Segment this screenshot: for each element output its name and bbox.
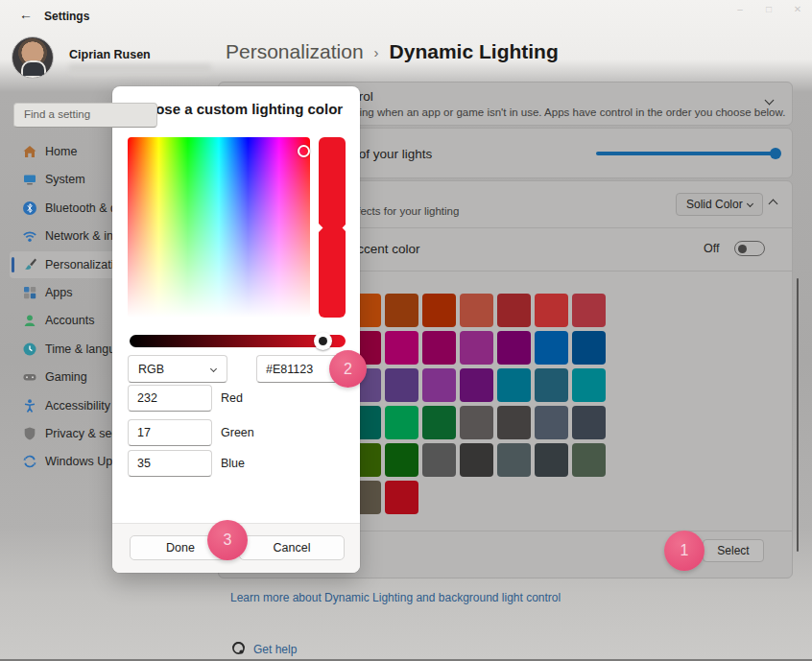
bluetooth-icon (22, 201, 37, 216)
close-icon[interactable]: ✕ (791, 4, 804, 14)
color-swatch[interactable] (385, 443, 418, 477)
spectrum-selection-ring[interactable] (298, 145, 310, 157)
sidebar-item-label: Accessibility (45, 399, 110, 413)
sidebar-item-network-internet[interactable]: Network & internet (10, 223, 117, 249)
page-title: Dynamic Lighting (390, 40, 559, 63)
sidebar-item-label: System (45, 173, 85, 186)
annotation-badge-1: 1 (664, 531, 705, 571)
color-swatch[interactable] (460, 331, 493, 365)
color-swatch[interactable] (572, 443, 606, 477)
sidebar-item-accounts[interactable]: Accounts (10, 307, 117, 334)
avatar (12, 36, 54, 79)
dialog-title: Choose a custom lighting color (128, 101, 343, 117)
sidebar-item-time-language[interactable]: Time & language (10, 336, 117, 363)
value-bar-handle-notch (313, 224, 322, 233)
blue-channel-label: Blue (221, 457, 245, 470)
window-title: Settings (44, 10, 89, 23)
select-button[interactable]: Select (703, 539, 764, 562)
color-swatch[interactable] (535, 331, 568, 365)
scrollbar[interactable] (797, 278, 799, 552)
color-swatch[interactable] (535, 368, 568, 402)
home-icon (22, 144, 37, 159)
slider-handle[interactable] (770, 148, 781, 159)
color-swatch[interactable] (572, 331, 606, 365)
toggle-knob (738, 245, 747, 253)
color-swatch[interactable] (497, 406, 531, 439)
toggle-state-label: Off (704, 242, 719, 255)
sidebar-item-apps[interactable]: Apps (10, 279, 117, 306)
color-swatch[interactable] (385, 368, 418, 402)
sidebar-item-label: Accounts (45, 314, 94, 327)
learn-more-link[interactable]: Learn more about Dynamic Lighting and ba… (230, 591, 561, 604)
sidebar-item-personalization[interactable]: Personalization (10, 251, 117, 278)
sidebar-item-privacy-security[interactable]: Privacy & security (10, 420, 117, 447)
green-channel-input[interactable] (128, 419, 212, 446)
color-swatch[interactable] (460, 443, 493, 477)
minimize-icon[interactable]: – (733, 4, 747, 14)
color-swatch[interactable] (497, 294, 531, 327)
breadcrumb-separator: › (374, 44, 379, 60)
color-swatch[interactable] (422, 368, 456, 402)
color-swatch[interactable] (385, 481, 418, 514)
color-swatch[interactable] (497, 331, 531, 365)
sidebar-item-windows-update[interactable]: Windows Update (10, 448, 117, 475)
get-help-link[interactable]: Get help (253, 643, 297, 656)
chevron-down-icon[interactable] (765, 96, 775, 106)
window-controls: – □ ✕ (733, 4, 804, 14)
chevron-down-icon (210, 366, 217, 372)
chevron-up-icon[interactable] (769, 200, 778, 209)
get-help-icon (230, 640, 247, 656)
custom-color-dialog: Choose a custom lighting color RGB Red G… (112, 86, 360, 573)
blue-channel-input[interactable] (128, 450, 212, 477)
color-swatch[interactable] (385, 331, 418, 365)
back-icon[interactable]: ← (19, 7, 33, 22)
accessibility-icon (22, 398, 37, 413)
user-email-redacted (69, 64, 211, 75)
color-swatch[interactable] (385, 406, 418, 439)
sidebar-item-gaming[interactable]: Gaming (10, 364, 117, 390)
color-swatch[interactable] (422, 294, 456, 327)
search-input[interactable]: Find a setting (13, 103, 157, 128)
time-language-icon (22, 342, 37, 357)
sidebar-item-home[interactable]: Home (10, 138, 117, 165)
cancel-button[interactable]: Cancel (239, 535, 345, 560)
red-channel-input[interactable] (128, 385, 212, 412)
gaming-icon (22, 369, 37, 385)
sidebar-item-accessibility[interactable]: Accessibility (10, 392, 117, 419)
color-swatch[interactable] (422, 406, 456, 439)
accent-color-toggle[interactable] (734, 241, 765, 256)
accounts-icon (22, 313, 37, 328)
color-model-dropdown[interactable]: RGB (128, 355, 227, 383)
sidebar-item-bluetooth-devices[interactable]: Bluetooth & devices (10, 195, 117, 222)
color-swatch[interactable] (572, 406, 606, 439)
color-swatch[interactable] (422, 443, 456, 477)
effects-dropdown[interactable]: Solid Color (676, 193, 763, 216)
color-swatch[interactable] (385, 294, 418, 327)
color-swatch[interactable] (497, 443, 531, 477)
sidebar-item-system[interactable]: System (10, 166, 117, 193)
brightness-slider[interactable] (596, 152, 776, 155)
color-swatch[interactable] (535, 406, 568, 439)
maximize-icon[interactable]: □ (762, 4, 776, 14)
selected-indicator (12, 257, 14, 272)
personalization-icon (22, 257, 37, 272)
color-swatch[interactable] (572, 294, 606, 327)
color-swatch[interactable] (460, 368, 493, 402)
color-swatch[interactable] (422, 331, 456, 365)
breadcrumb-parent[interactable]: Personalization (226, 40, 364, 63)
color-spectrum[interactable] (128, 137, 310, 318)
chevron-down-icon (747, 201, 753, 207)
breadcrumb: Personalization › Dynamic Lighting (226, 40, 559, 63)
color-swatch[interactable] (535, 294, 568, 327)
windows-update-icon (22, 454, 37, 469)
color-swatch[interactable] (572, 368, 606, 402)
green-channel-label: Green (221, 426, 254, 439)
color-swatch[interactable] (535, 443, 568, 477)
color-swatch[interactable] (460, 294, 493, 327)
color-swatch[interactable] (497, 368, 531, 402)
sidebar-item-label: Home (45, 145, 77, 158)
gradient-slider-handle[interactable] (314, 332, 332, 350)
sidebar-item-label: Apps (45, 286, 73, 299)
color-swatch[interactable] (460, 406, 493, 439)
value-bar[interactable] (319, 137, 346, 318)
